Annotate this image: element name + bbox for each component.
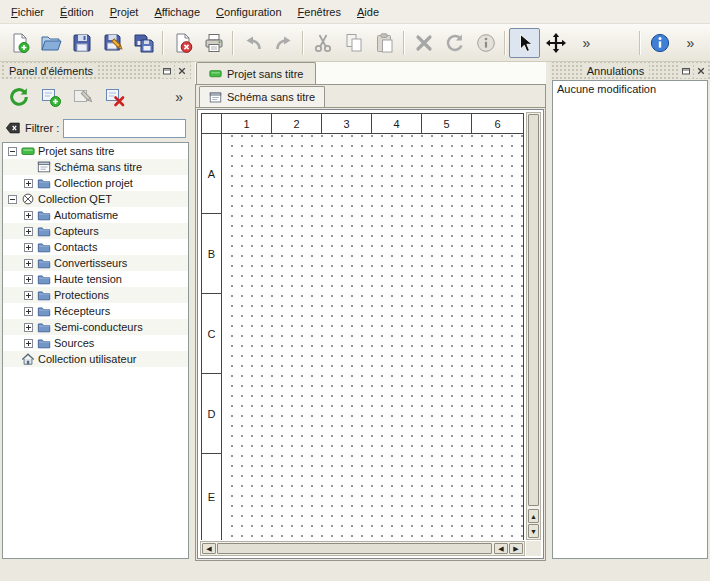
delete-button[interactable] <box>408 28 439 58</box>
expander-plus-icon[interactable] <box>23 274 34 285</box>
ruler-corner <box>202 114 222 134</box>
undo-empty-text: Aucune modification <box>557 83 703 95</box>
tree-item-capteurs[interactable]: Capteurs <box>3 223 188 239</box>
expander-plus-icon[interactable] <box>23 226 34 237</box>
menu-affichage[interactable]: Affichage <box>146 3 208 21</box>
menu-projet[interactable]: Projet <box>102 3 147 21</box>
tree-item-collection-qet[interactable]: Collection QET <box>3 191 188 207</box>
copy-button[interactable] <box>338 28 369 58</box>
about-button[interactable] <box>644 28 675 58</box>
expander-spacer <box>7 354 18 365</box>
tree-item-semi-conducteurs[interactable]: Semi-conducteurs <box>3 319 188 335</box>
pan-mode-button[interactable] <box>540 28 571 58</box>
column-label: 4 <box>372 114 422 133</box>
toolbar-overflow-right-button[interactable]: » <box>675 28 706 58</box>
tree-item-convertisseurs[interactable]: Convertisseurs <box>3 255 188 271</box>
tree-item-sources[interactable]: Sources <box>3 335 188 351</box>
menu-aide[interactable]: Aide <box>349 3 387 21</box>
save-all-button[interactable] <box>128 28 159 58</box>
elements-panel-toolbar: » <box>0 79 191 115</box>
expander-plus-icon[interactable] <box>23 178 34 189</box>
toolbar-separator <box>302 31 304 55</box>
menu-fenetres[interactable]: Fenêtres <box>290 3 349 21</box>
redo-button[interactable] <box>268 28 299 58</box>
clear-filter-icon[interactable] <box>5 121 21 135</box>
tree-item-haute-tension[interactable]: Haute tension <box>3 271 188 287</box>
filter-row: Filtrer : <box>0 115 191 141</box>
print-button[interactable] <box>198 28 229 58</box>
main-area: Panel d'éléments » Filtrer : Projet sans… <box>0 62 710 561</box>
save-as-button[interactable] <box>97 28 128 58</box>
tree-item-schema-sans-titre[interactable]: Schéma sans titre <box>3 159 188 175</box>
row-label: C <box>202 294 221 374</box>
reload-collections-button[interactable] <box>3 82 35 112</box>
column-label: 3 <box>322 114 372 133</box>
new-element-button[interactable] <box>35 82 67 112</box>
expander-plus-icon[interactable] <box>23 258 34 269</box>
close-file-button[interactable] <box>167 28 198 58</box>
expander-minus-icon[interactable] <box>7 194 18 205</box>
scroll-left-end-icon[interactable]: ◀ <box>494 543 508 554</box>
close-dock-icon[interactable] <box>694 64 708 78</box>
row-label: E <box>202 454 221 540</box>
expander-minus-icon[interactable] <box>7 146 18 157</box>
vertical-scrollbar[interactable]: ▲ ▼ <box>526 112 541 540</box>
menu-edition[interactable]: Édition <box>52 3 102 21</box>
expander-spacer <box>23 162 34 173</box>
diagram-canvas[interactable] <box>223 135 523 540</box>
menu-fichier[interactable]: Fichier <box>3 3 52 21</box>
float-dock-icon[interactable] <box>679 64 693 78</box>
filter-input[interactable] <box>63 119 186 138</box>
expander-plus-icon[interactable] <box>23 290 34 301</box>
scroll-left-icon[interactable]: ◀ <box>202 543 216 554</box>
scroll-down-icon[interactable]: ▼ <box>528 524 539 538</box>
undo-list[interactable]: Aucune modification <box>552 80 708 559</box>
project-tab-label: Projet sans titre <box>227 68 303 80</box>
tab-project[interactable]: Projet sans titre <box>196 62 316 84</box>
expander-plus-icon[interactable] <box>23 338 34 349</box>
undo-button[interactable] <box>237 28 268 58</box>
float-dock-icon[interactable] <box>160 64 174 78</box>
scroll-up-icon[interactable]: ▲ <box>528 509 539 523</box>
paste-button[interactable] <box>369 28 400 58</box>
tree-item-label: Protections <box>54 289 109 301</box>
cut-button[interactable] <box>307 28 338 58</box>
toolbar-overflow-button[interactable]: » <box>571 28 602 58</box>
elements-panel-title: Panel d'éléments <box>4 65 98 77</box>
expander-plus-icon[interactable] <box>23 306 34 317</box>
tree-item-automatisme[interactable]: Automatisme <box>3 207 188 223</box>
new-file-button[interactable] <box>4 28 35 58</box>
diagram-view[interactable]: 123456 ABCDE ▲ ▼ ◀ ◀ ▶ <box>197 109 544 559</box>
toolbar-separator <box>639 31 641 55</box>
open-file-button[interactable] <box>35 28 66 58</box>
tree-item-contacts[interactable]: Contacts <box>3 239 188 255</box>
tree-item-projet-sans-titre[interactable]: Projet sans titre <box>3 143 188 159</box>
tree-item-recepteurs[interactable]: Récepteurs <box>3 303 188 319</box>
conductor-info-button[interactable] <box>470 28 501 58</box>
scroll-right-icon[interactable]: ▶ <box>509 543 523 554</box>
select-mode-button[interactable] <box>509 28 540 58</box>
row-ruler: ABCDE <box>202 134 222 540</box>
tree-item-label: Semi-conducteurs <box>54 321 143 333</box>
menu-configuration[interactable]: Configuration <box>208 3 289 21</box>
expander-plus-icon[interactable] <box>23 210 34 221</box>
expander-plus-icon[interactable] <box>23 242 34 253</box>
folder-icon <box>37 224 51 238</box>
status-area <box>0 561 710 581</box>
edit-element-button[interactable] <box>67 82 99 112</box>
schema-tab-label: Schéma sans titre <box>227 91 315 103</box>
close-dock-icon[interactable] <box>175 64 189 78</box>
save-button[interactable] <box>66 28 97 58</box>
horizontal-scrollbar-thumb[interactable] <box>217 543 492 554</box>
vertical-scrollbar-thumb[interactable] <box>528 114 539 506</box>
delete-element-button[interactable] <box>99 82 131 112</box>
dock-buttons <box>160 64 189 78</box>
rotate-button[interactable] <box>439 28 470 58</box>
tree-item-collection-projet[interactable]: Collection projet <box>3 175 188 191</box>
panel-toolbar-overflow-button[interactable]: » <box>170 90 188 104</box>
tree-item-protections[interactable]: Protections <box>3 287 188 303</box>
tree-item-collection-utilisateur[interactable]: Collection utilisateur <box>3 351 188 367</box>
horizontal-scrollbar[interactable]: ◀ ◀ ▶ <box>200 541 525 556</box>
tab-schema[interactable]: Schéma sans titre <box>199 86 325 107</box>
expander-plus-icon[interactable] <box>23 322 34 333</box>
